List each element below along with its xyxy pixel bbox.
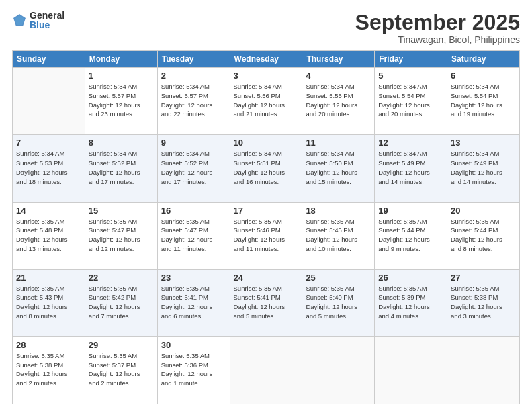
calendar-cell: 28Sunrise: 5:35 AMSunset: 5:38 PMDayligh… — [13, 336, 85, 404]
day-number: 21 — [16, 273, 81, 283]
day-number: 12 — [378, 138, 443, 148]
calendar-cell: 15Sunrise: 5:35 AMSunset: 5:47 PMDayligh… — [85, 202, 157, 269]
location-subtitle: Tinawagan, Bicol, Philippines — [355, 34, 520, 45]
day-info: Sunrise: 5:34 AMSunset: 5:50 PMDaylight:… — [306, 149, 371, 186]
day-info: Sunrise: 5:34 AMSunset: 5:56 PMDaylight:… — [234, 82, 299, 119]
day-number: 30 — [161, 340, 226, 350]
calendar-cell: 22Sunrise: 5:35 AMSunset: 5:42 PMDayligh… — [85, 269, 157, 336]
day-info: Sunrise: 5:35 AMSunset: 5:42 PMDaylight:… — [89, 284, 154, 321]
logo-blue-text: Blue — [30, 20, 64, 30]
calendar-cell: 13Sunrise: 5:34 AMSunset: 5:49 PMDayligh… — [447, 135, 520, 202]
day-info: Sunrise: 5:34 AMSunset: 5:53 PMDaylight:… — [16, 149, 81, 186]
calendar-cell: 11Sunrise: 5:34 AMSunset: 5:50 PMDayligh… — [302, 135, 375, 202]
day-info: Sunrise: 5:34 AMSunset: 5:54 PMDaylight:… — [451, 82, 516, 119]
day-number: 26 — [378, 273, 443, 283]
day-number: 19 — [378, 205, 443, 216]
day-info: Sunrise: 5:34 AMSunset: 5:57 PMDaylight:… — [89, 82, 154, 119]
day-info: Sunrise: 5:35 AMSunset: 5:41 PMDaylight:… — [234, 284, 299, 321]
logo-icon — [12, 13, 27, 28]
calendar-cell: 30Sunrise: 5:35 AMSunset: 5:36 PMDayligh… — [157, 336, 230, 404]
day-info: Sunrise: 5:34 AMSunset: 5:55 PMDaylight:… — [306, 82, 371, 119]
day-info: Sunrise: 5:35 AMSunset: 5:48 PMDaylight:… — [16, 217, 81, 254]
day-info: Sunrise: 5:34 AMSunset: 5:49 PMDaylight:… — [378, 149, 443, 186]
calendar-cell: 23Sunrise: 5:35 AMSunset: 5:41 PMDayligh… — [157, 269, 230, 336]
day-number: 7 — [16, 138, 81, 148]
calendar-week-row: 21Sunrise: 5:35 AMSunset: 5:43 PMDayligh… — [13, 269, 520, 336]
calendar-cell: 17Sunrise: 5:35 AMSunset: 5:46 PMDayligh… — [230, 202, 302, 269]
calendar-week-row: 28Sunrise: 5:35 AMSunset: 5:38 PMDayligh… — [13, 336, 520, 404]
day-number: 5 — [378, 71, 443, 81]
calendar-cell: 25Sunrise: 5:35 AMSunset: 5:40 PMDayligh… — [302, 269, 375, 336]
day-info: Sunrise: 5:35 AMSunset: 5:44 PMDaylight:… — [378, 217, 443, 254]
calendar-cell: 10Sunrise: 5:34 AMSunset: 5:51 PMDayligh… — [230, 135, 302, 202]
day-header-wednesday: Wednesday — [230, 51, 302, 68]
day-number: 8 — [89, 138, 154, 148]
day-number: 20 — [451, 205, 516, 216]
day-info: Sunrise: 5:35 AMSunset: 5:39 PMDaylight:… — [378, 284, 443, 321]
month-title: September 2025 — [355, 11, 520, 34]
day-info: Sunrise: 5:34 AMSunset: 5:51 PMDaylight:… — [234, 149, 299, 186]
day-info: Sunrise: 5:35 AMSunset: 5:36 PMDaylight:… — [161, 351, 226, 388]
calendar-header-row: SundayMondayTuesdayWednesdayThursdayFrid… — [13, 51, 520, 68]
logo: General Blue — [12, 11, 64, 30]
day-info: Sunrise: 5:35 AMSunset: 5:46 PMDaylight:… — [234, 217, 299, 254]
day-info: Sunrise: 5:35 AMSunset: 5:45 PMDaylight:… — [306, 217, 371, 254]
calendar-cell: 8Sunrise: 5:34 AMSunset: 5:52 PMDaylight… — [85, 135, 157, 202]
calendar-cell: 2Sunrise: 5:34 AMSunset: 5:57 PMDaylight… — [157, 68, 230, 135]
day-number: 6 — [451, 71, 516, 81]
logo-general-text: General — [30, 11, 64, 20]
day-number: 10 — [234, 138, 299, 148]
day-number: 24 — [234, 273, 299, 283]
calendar-cell: 29Sunrise: 5:35 AMSunset: 5:37 PMDayligh… — [85, 336, 157, 404]
day-number: 17 — [234, 205, 299, 216]
day-info: Sunrise: 5:35 AMSunset: 5:38 PMDaylight:… — [451, 284, 516, 321]
calendar-cell: 6Sunrise: 5:34 AMSunset: 5:54 PMDaylight… — [447, 68, 520, 135]
calendar-cell: 5Sunrise: 5:34 AMSunset: 5:54 PMDaylight… — [375, 68, 447, 135]
calendar-cell — [13, 68, 85, 135]
day-info: Sunrise: 5:35 AMSunset: 5:38 PMDaylight:… — [16, 351, 81, 388]
calendar-cell: 12Sunrise: 5:34 AMSunset: 5:49 PMDayligh… — [375, 135, 447, 202]
calendar-cell: 1Sunrise: 5:34 AMSunset: 5:57 PMDaylight… — [85, 68, 157, 135]
day-info: Sunrise: 5:34 AMSunset: 5:57 PMDaylight:… — [161, 82, 226, 119]
day-number: 22 — [89, 273, 154, 283]
calendar-week-row: 1Sunrise: 5:34 AMSunset: 5:57 PMDaylight… — [13, 68, 520, 135]
day-info: Sunrise: 5:34 AMSunset: 5:49 PMDaylight:… — [451, 149, 516, 186]
calendar-cell: 19Sunrise: 5:35 AMSunset: 5:44 PMDayligh… — [375, 202, 447, 269]
day-info: Sunrise: 5:34 AMSunset: 5:52 PMDaylight:… — [89, 149, 154, 186]
calendar-page: General Blue September 2025 Tinawagan, B… — [0, 0, 532, 411]
day-info: Sunrise: 5:35 AMSunset: 5:41 PMDaylight:… — [161, 284, 226, 321]
calendar-cell — [302, 336, 375, 404]
day-number: 18 — [306, 205, 371, 216]
day-number: 16 — [161, 205, 226, 216]
calendar-cell: 7Sunrise: 5:34 AMSunset: 5:53 PMDaylight… — [13, 135, 85, 202]
day-info: Sunrise: 5:35 AMSunset: 5:40 PMDaylight:… — [306, 284, 371, 321]
day-info: Sunrise: 5:35 AMSunset: 5:47 PMDaylight:… — [161, 217, 226, 254]
day-info: Sunrise: 5:35 AMSunset: 5:43 PMDaylight:… — [16, 284, 81, 321]
calendar-cell: 14Sunrise: 5:35 AMSunset: 5:48 PMDayligh… — [13, 202, 85, 269]
day-number: 4 — [306, 71, 371, 81]
calendar-cell: 21Sunrise: 5:35 AMSunset: 5:43 PMDayligh… — [13, 269, 85, 336]
calendar-week-row: 14Sunrise: 5:35 AMSunset: 5:48 PMDayligh… — [13, 202, 520, 269]
calendar-cell: 18Sunrise: 5:35 AMSunset: 5:45 PMDayligh… — [302, 202, 375, 269]
calendar-cell: 26Sunrise: 5:35 AMSunset: 5:39 PMDayligh… — [375, 269, 447, 336]
day-info: Sunrise: 5:35 AMSunset: 5:47 PMDaylight:… — [89, 217, 154, 254]
calendar-cell: 27Sunrise: 5:35 AMSunset: 5:38 PMDayligh… — [447, 269, 520, 336]
day-info: Sunrise: 5:35 AMSunset: 5:44 PMDaylight:… — [451, 217, 516, 254]
day-info: Sunrise: 5:35 AMSunset: 5:37 PMDaylight:… — [89, 351, 154, 388]
day-number: 27 — [451, 273, 516, 283]
calendar-cell: 4Sunrise: 5:34 AMSunset: 5:55 PMDaylight… — [302, 68, 375, 135]
day-info: Sunrise: 5:34 AMSunset: 5:54 PMDaylight:… — [378, 82, 443, 119]
day-header-friday: Friday — [375, 51, 447, 68]
calendar-cell: 9Sunrise: 5:34 AMSunset: 5:52 PMDaylight… — [157, 135, 230, 202]
day-header-monday: Monday — [85, 51, 157, 68]
calendar-cell — [447, 336, 520, 404]
calendar-cell: 20Sunrise: 5:35 AMSunset: 5:44 PMDayligh… — [447, 202, 520, 269]
day-number: 25 — [306, 273, 371, 283]
calendar-cell: 24Sunrise: 5:35 AMSunset: 5:41 PMDayligh… — [230, 269, 302, 336]
day-number: 28 — [16, 340, 81, 350]
day-number: 23 — [161, 273, 226, 283]
day-number: 2 — [161, 71, 226, 81]
day-number: 13 — [451, 138, 516, 148]
day-number: 1 — [89, 71, 154, 81]
day-number: 29 — [89, 340, 154, 350]
